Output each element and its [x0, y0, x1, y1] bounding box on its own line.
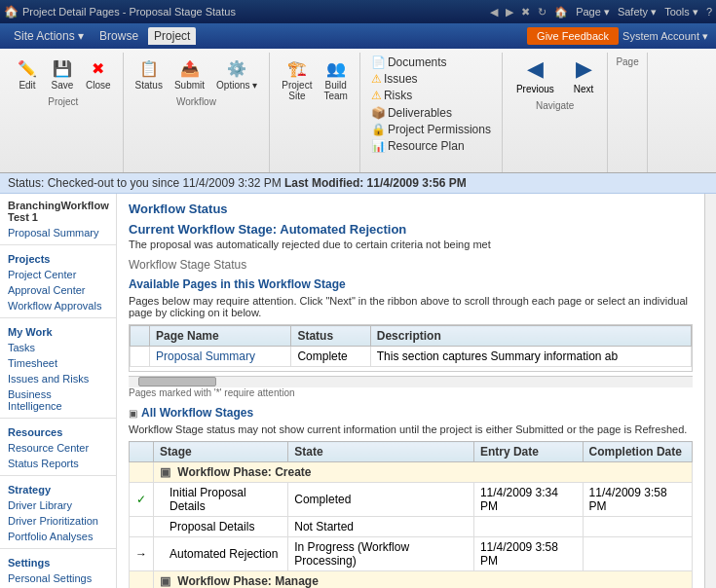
stop-icon[interactable]: ✖ [521, 6, 530, 18]
stages-table: Stage State Entry Date Completion Date ▣… [129, 441, 693, 588]
close-button[interactable]: ✖ Close [82, 55, 115, 92]
ribbon-more-items: 📦 Deliverables 🔒 Project Permissions 📊 R… [368, 105, 494, 154]
row-completion-proposal [583, 517, 692, 537]
save-button[interactable]: 💾 Save [47, 55, 78, 92]
page-desc: This section captures Summary informatio… [370, 347, 691, 367]
sidebar-settings-title: Settings [0, 553, 116, 570]
previous-button[interactable]: ◀ Previous [510, 55, 560, 96]
current-stage-desc: The proposal was automatically rejected … [129, 239, 693, 250]
row-stage-automated: Automated Rejection [154, 537, 288, 571]
help-button[interactable]: ? [706, 6, 712, 18]
sidebar-item-timesheet[interactable]: Timesheet [0, 355, 116, 371]
ribbon-group-build: 🏗️ ProjectSite 👥 BuildTeam [270, 53, 360, 172]
sidebar-item-status-reports[interactable]: Status Reports [0, 456, 116, 471]
content-area: Workflow Status Current Workflow Stage: … [117, 194, 704, 588]
phase-name-create: ▣ Workflow Phase: Create [154, 462, 693, 483]
sidebar-item-tasks[interactable]: Tasks [0, 340, 116, 355]
browse-tab[interactable]: Browse [94, 27, 144, 45]
available-pages-title: Available Pages in this Workflow Stage [129, 277, 693, 291]
edit-button[interactable]: ✏️ Edit [12, 55, 43, 92]
stage-col-completion: Completion Date [583, 442, 692, 462]
sidebar-item-workflow-approvals[interactable]: Workflow Approvals [0, 298, 116, 313]
ribbon-navigate-buttons: ◀ Previous ▶ Next [510, 55, 599, 96]
resource-plan-icon: 📊 [371, 139, 386, 153]
phase-check [130, 462, 154, 483]
ribbon-navigate-label: Navigate [536, 100, 574, 111]
pages-table: Page Name Status Description Proposal Su… [130, 325, 692, 367]
sidebar-projects-section: Projects Project Center Approval Center … [0, 249, 116, 313]
previous-icon: ◀ [527, 56, 544, 82]
deliverables-label: Deliverables [388, 106, 452, 120]
horiz-scroll-pages[interactable] [129, 376, 693, 387]
ribbon-group-navigate: ◀ Previous ▶ Next Navigate [503, 53, 608, 172]
phase-expand-icon[interactable]: ▣ [160, 465, 170, 479]
system-account-menu[interactable]: System Account ▾ [622, 30, 708, 43]
risks-label: Risks [384, 89, 412, 102]
project-permissions-icon: 🔒 [371, 123, 386, 136]
sidebar: BranchingWorkflow Test 1 Proposal Summar… [0, 194, 117, 588]
build-team-label: BuildTeam [323, 80, 347, 101]
page-menu[interactable]: Page ▾ [576, 6, 610, 18]
pages-col-status: Status [291, 326, 370, 347]
sidebar-item-driver-prioritization[interactable]: Driver Prioritization [0, 513, 116, 529]
sidebar-item-business-intel[interactable]: Business Intelligence [0, 386, 116, 414]
sidebar-item-resource-center[interactable]: Resource Center [0, 440, 116, 456]
status-button[interactable]: 📋 Status [132, 55, 167, 92]
page-name[interactable]: Proposal Summary [150, 347, 291, 367]
project-site-button[interactable]: 🏗️ ProjectSite [278, 55, 316, 103]
sidebar-item-approval-center[interactable]: Approval Center [0, 282, 116, 298]
edit-label: Edit [19, 80, 35, 91]
sidebar-item-portfolio-analyses[interactable]: Portfolio Analyses [0, 529, 116, 544]
project-site-icon: 🏗️ [285, 56, 309, 80]
nav-forward-icon[interactable]: ▶ [506, 6, 513, 18]
ribbon-workflow-label: Workflow [176, 96, 216, 107]
submit-button[interactable]: 📤 Submit [170, 55, 208, 92]
nav-back-icon[interactable]: ◀ [490, 6, 498, 18]
nav-bar: Site Actions ▾ Browse Project Give Feedb… [0, 23, 716, 49]
sidebar-strategy-section: Strategy Driver Library Driver Prioritiz… [0, 480, 116, 544]
project-tab[interactable]: Project [148, 27, 196, 45]
next-icon: ▶ [576, 56, 592, 82]
sidebar-item-proposal-summary[interactable]: Proposal Summary [0, 225, 116, 240]
collapse-icon[interactable]: ▣ [129, 408, 137, 419]
ribbon-group-docs: 📄 Documents ⚠ Issues ⚠ Risks 📦 Deliverab… [360, 53, 503, 172]
status-text: Status: Checked-out to you since 11/4/20… [8, 176, 282, 190]
sidebar-item-issues-risks[interactable]: Issues and Risks [0, 371, 116, 386]
sidebar-item-personal-settings[interactable]: Personal Settings [0, 570, 116, 586]
edit-icon: ✏️ [16, 56, 39, 80]
next-button[interactable]: ▶ Next [568, 55, 600, 96]
sidebar-divider-4 [0, 475, 116, 476]
status-bar: Status: Checked-out to you since 11/4/20… [0, 173, 716, 194]
give-feedback-button[interactable]: Give Feedback [527, 27, 619, 45]
sidebar-item-driver-library[interactable]: Driver Library [0, 497, 116, 513]
safety-menu[interactable]: Safety ▾ [618, 6, 657, 18]
ribbon-build-label [314, 107, 317, 118]
build-team-button[interactable]: 👥 BuildTeam [320, 55, 351, 103]
tools-menu[interactable]: Tools ▾ [664, 6, 698, 18]
ribbon-group-project: ✏️ Edit 💾 Save ✖ Close Project [4, 53, 124, 172]
sidebar-item-project-center[interactable]: Project Center [0, 267, 116, 282]
risks-button[interactable]: ⚠ Risks [368, 88, 450, 103]
phase-expand-icon-manage[interactable]: ▣ [160, 574, 170, 588]
documents-button[interactable]: 📄 Documents [368, 55, 450, 70]
issues-icon: ⚠ [371, 72, 382, 86]
build-team-icon: 👥 [324, 56, 348, 80]
home-icon[interactable]: 🏠 [554, 6, 568, 18]
issues-button[interactable]: ⚠ Issues [368, 71, 450, 87]
stage-col-stage: Stage [154, 442, 288, 462]
row-completion-initial: 11/4/2009 3:58 PM [583, 483, 692, 517]
site-actions-menu[interactable]: Site Actions ▾ [8, 27, 90, 45]
deliverables-button[interactable]: 📦 Deliverables [368, 105, 494, 121]
main-area: BranchingWorkflow Test 1 Proposal Summar… [0, 194, 716, 588]
top-bar-left: 🏠 Project Detail Pages - Proposal Stage … [4, 5, 236, 18]
project-permissions-button[interactable]: 🔒 Project Permissions [368, 122, 494, 137]
right-scrollbar[interactable] [704, 194, 716, 588]
row-stage-initial: Initial Proposal Details [154, 483, 288, 517]
options-button[interactable]: ⚙️ Options ▾ [212, 55, 261, 92]
scroll-thumb-h[interactable] [138, 377, 216, 386]
options-label: Options ▾ [216, 80, 257, 91]
all-stages-header: ▣ All Workflow Stages [129, 406, 693, 420]
refresh-icon[interactable]: ↻ [538, 6, 546, 18]
resource-plan-button[interactable]: 📊 Resource Plan [368, 138, 494, 154]
row-state-proposal: Not Started [288, 517, 474, 537]
